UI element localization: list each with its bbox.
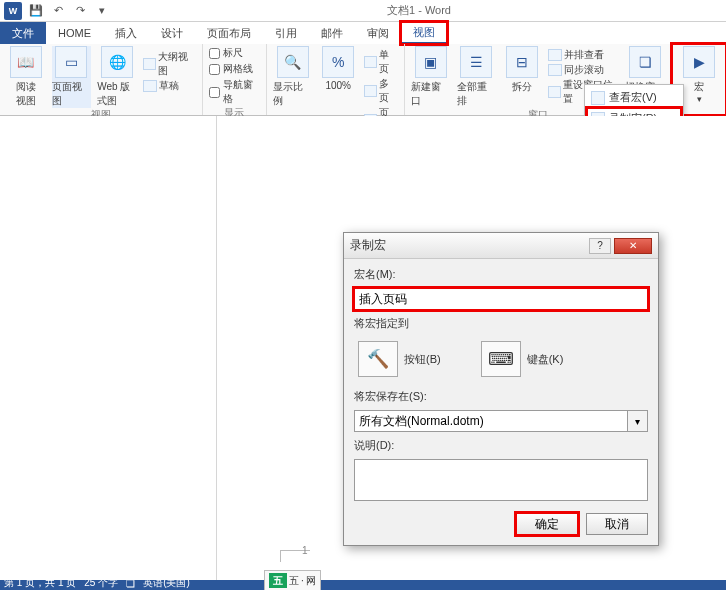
split-button[interactable]: ⊟拆分 (502, 46, 542, 94)
view-macros-icon (591, 91, 605, 105)
side-by-side-button[interactable]: 并排查看 (548, 48, 620, 62)
ime-toolbar[interactable]: 五 五 · 网 (264, 570, 321, 590)
switch-windows-icon: ❏ (629, 46, 661, 78)
draft-icon (143, 80, 157, 92)
group-zoom: 🔍显示比例 %100% 单页 多页 页宽 显示比例 (267, 44, 405, 115)
arrange-all-button[interactable]: ☰全部重排 (457, 46, 497, 108)
web-layout-button[interactable]: 🌐Web 版式图 (97, 46, 137, 108)
store-in-label: 将宏保存在(S): (354, 389, 648, 404)
macro-name-input[interactable] (354, 288, 648, 310)
ribbon-tabs: 文件 HOME 插入 设计 页面布局 引用 邮件 审阅 视图 (0, 22, 726, 44)
tab-mailings[interactable]: 邮件 (309, 22, 355, 44)
ruler-checkbox[interactable]: 标尺 (209, 46, 260, 60)
tab-review[interactable]: 审阅 (355, 22, 401, 44)
store-in-value[interactable] (354, 410, 628, 432)
assign-button-option[interactable]: 🔨 按钮(B) (358, 341, 441, 377)
assign-keyboard-option[interactable]: ⌨ 键盘(K) (481, 341, 564, 377)
outline-icon (143, 58, 156, 70)
app-icon: W (4, 2, 22, 20)
cancel-button[interactable]: 取消 (586, 513, 648, 535)
status-language[interactable]: 英语(美国) (143, 576, 190, 590)
tab-home[interactable]: HOME (46, 22, 103, 44)
sync-scroll-icon (548, 64, 562, 76)
read-mode-icon: 📖 (10, 46, 42, 78)
new-window-icon: ▣ (415, 46, 447, 78)
record-macro-dialog: 录制宏 ? ✕ 宏名(M): 将宏指定到 🔨 按钮(B) ⌨ 键盘(K) 将宏保… (343, 232, 659, 546)
draft-button[interactable]: 草稿 (143, 79, 196, 93)
status-words[interactable]: 25 个字 (84, 576, 118, 590)
ime-text-b: 网 (306, 574, 316, 588)
ime-sep: · (301, 575, 304, 586)
dialog-title-text: 录制宏 (350, 237, 386, 254)
multi-page-icon (364, 85, 377, 97)
hammer-icon: 🔨 (358, 341, 398, 377)
redo-icon[interactable]: ↷ (70, 2, 90, 20)
multi-page-button[interactable]: 多页 (364, 77, 398, 105)
one-page-button[interactable]: 单页 (364, 48, 398, 76)
status-spellcheck-icon[interactable]: ❏ (126, 578, 135, 589)
qat-dropdown-icon[interactable]: ▾ (92, 2, 112, 20)
group-label-macros (678, 104, 720, 116)
description-textarea[interactable] (354, 459, 648, 501)
status-bar-left: 第 1 页，共 1 页 25 个字 ❏ 英语(美国) (4, 576, 190, 590)
group-show: 标尺 网格线 导航窗格 显示 (203, 44, 267, 115)
save-icon[interactable]: 💾 (26, 2, 46, 20)
tab-view[interactable]: 视图 (401, 22, 447, 44)
tab-insert[interactable]: 插入 (103, 22, 149, 44)
web-layout-icon: 🌐 (101, 46, 133, 78)
tab-design[interactable]: 设计 (149, 22, 195, 44)
assign-to-label: 将宏指定到 (354, 316, 648, 331)
tab-file[interactable]: 文件 (0, 22, 46, 44)
pct-icon: % (322, 46, 354, 78)
dialog-close-button[interactable]: ✕ (614, 238, 652, 254)
title-bar: W 💾 ↶ ↷ ▾ 文档1 - Word (0, 0, 726, 22)
reset-window-icon (548, 86, 561, 98)
description-label: 说明(D): (354, 438, 648, 453)
zoom-100-button[interactable]: %100% (318, 46, 358, 91)
print-layout-button[interactable]: ▭页面视图 (52, 46, 92, 108)
macro-name-label: 宏名(M): (354, 267, 648, 282)
keyboard-icon: ⌨ (481, 341, 521, 377)
ime-text-a: 五 (289, 574, 299, 588)
dialog-titlebar[interactable]: 录制宏 ? ✕ (344, 233, 658, 259)
menu-view-macros[interactable]: 查看宏(V) (587, 87, 681, 108)
side-by-side-icon (548, 49, 562, 61)
macros-button[interactable]: ▶宏▾ (678, 46, 720, 104)
status-page[interactable]: 第 1 页，共 1 页 (4, 576, 76, 590)
page-number-footer: 1 (302, 545, 308, 556)
gridlines-checkbox[interactable]: 网格线 (209, 62, 260, 76)
tab-layout[interactable]: 页面布局 (195, 22, 263, 44)
read-mode-button[interactable]: 📖阅读 视图 (6, 46, 46, 108)
store-in-combo[interactable]: ▾ (354, 410, 648, 432)
zoom-button[interactable]: 🔍显示比例 (273, 46, 313, 108)
store-in-dropdown-button[interactable]: ▾ (628, 410, 648, 432)
group-views: 📖阅读 视图 ▭页面视图 🌐Web 版式图 大纲视图 草稿 视图 (0, 44, 203, 115)
document-title: 文档1 - Word (112, 3, 726, 18)
new-window-button[interactable]: ▣新建窗口 (411, 46, 451, 108)
outline-button[interactable]: 大纲视图 (143, 50, 196, 78)
ok-button[interactable]: 确定 (516, 513, 578, 535)
page-edge (216, 116, 217, 580)
zoom-icon: 🔍 (277, 46, 309, 78)
one-page-icon (364, 56, 377, 68)
print-layout-icon: ▭ (55, 46, 87, 78)
quick-access-toolbar: 💾 ↶ ↷ ▾ (26, 2, 112, 20)
chevron-down-icon: ▾ (697, 94, 702, 104)
tab-references[interactable]: 引用 (263, 22, 309, 44)
arrange-icon: ☰ (460, 46, 492, 78)
macros-icon: ▶ (683, 46, 715, 78)
ime-logo-icon: 五 (269, 573, 287, 588)
dialog-help-button[interactable]: ? (589, 238, 611, 254)
navpane-checkbox[interactable]: 导航窗格 (209, 78, 260, 106)
undo-icon[interactable]: ↶ (48, 2, 68, 20)
sync-scroll-button[interactable]: 同步滚动 (548, 63, 620, 77)
split-icon: ⊟ (506, 46, 538, 78)
